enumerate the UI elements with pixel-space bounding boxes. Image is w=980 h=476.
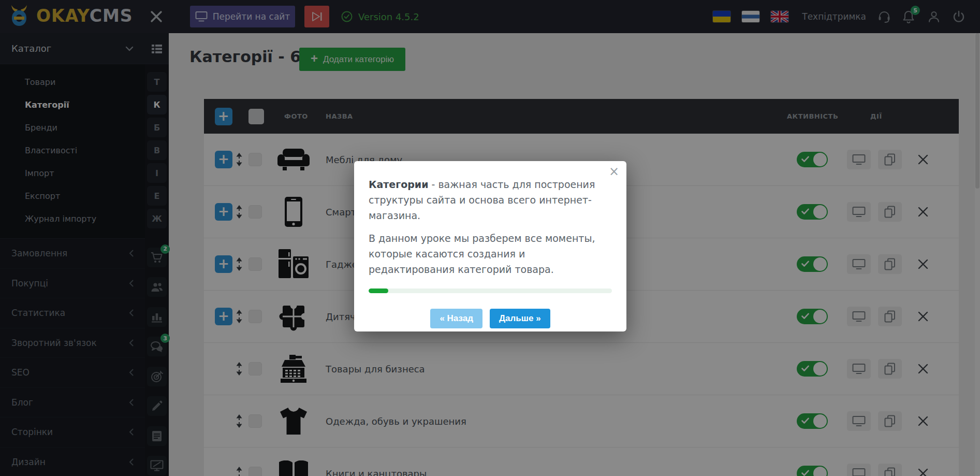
tutorial-progress-bar — [369, 289, 612, 293]
tutorial-modal: × Категории - важная часть для построени… — [354, 161, 626, 331]
back-button[interactable]: « Назад — [430, 309, 482, 328]
modal-intro-paragraph: Категории - важная часть для построения … — [369, 177, 612, 223]
modal-intro-bold: Категории — [369, 179, 428, 190]
close-icon[interactable]: × — [609, 164, 619, 179]
modal-buttons: « Назад Дальше » — [369, 309, 612, 328]
tutorial-progress-fill — [369, 289, 388, 293]
modal-body-paragraph: В данном уроке мы разберем все моменты, … — [369, 230, 612, 277]
next-button[interactable]: Дальше » — [490, 309, 550, 328]
